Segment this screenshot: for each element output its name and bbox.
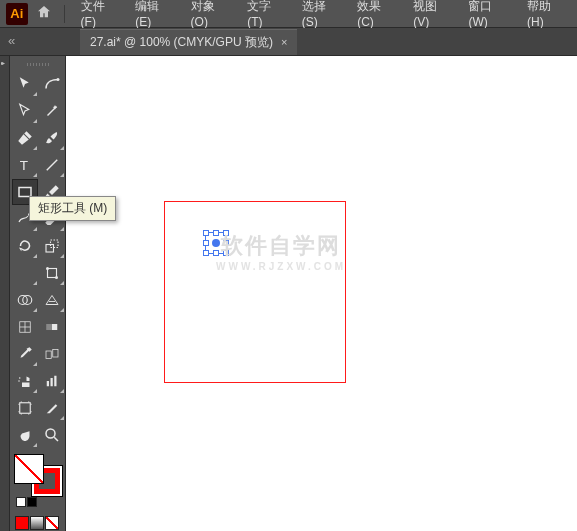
svg-rect-22 <box>51 378 53 386</box>
artboard-rectangle[interactable] <box>164 201 346 383</box>
menu-bar: Ai 文件(F) 编辑(E) 对象(O) 文字(T) 选择(S) 效果(C) 视… <box>0 0 577 28</box>
svg-rect-5 <box>46 245 54 253</box>
type-tool[interactable]: T <box>12 152 38 178</box>
zoom-tool[interactable] <box>39 422 65 448</box>
perspective-grid-tool[interactable] <box>39 287 65 313</box>
svg-point-9 <box>55 276 58 279</box>
panel-grip-icon[interactable] <box>12 60 63 68</box>
canvas[interactable]: 软件自学网 WWW.RJZXW.COM <box>66 56 577 531</box>
svg-rect-21 <box>47 381 49 386</box>
svg-rect-18 <box>53 350 58 358</box>
handle-top-left[interactable] <box>203 230 209 236</box>
menu-object[interactable]: 对象(O) <box>187 0 236 31</box>
document-tab-bar: « 27.ai* @ 100% (CMYK/GPU 预览) × <box>0 28 577 56</box>
slice-tool[interactable] <box>39 395 65 421</box>
svg-rect-17 <box>46 351 51 359</box>
symbol-sprayer-tool[interactable] <box>12 368 38 394</box>
fill-swatch[interactable] <box>14 454 44 484</box>
document-tab-title: 27.ai* @ 100% (CMYK/GPU 预览) <box>90 34 273 51</box>
svg-line-26 <box>54 437 58 441</box>
paintbrush-tool[interactable] <box>39 125 65 151</box>
workspace: T <box>0 56 577 531</box>
fill-stroke-swatches[interactable] <box>12 454 64 498</box>
home-icon[interactable] <box>36 4 52 24</box>
svg-rect-7 <box>48 269 57 278</box>
app-logo-icon: Ai <box>6 3 28 25</box>
menu-window[interactable]: 窗口(W) <box>464 0 515 31</box>
menu-edit[interactable]: 编辑(E) <box>131 0 178 31</box>
svg-rect-16 <box>47 324 52 330</box>
svg-text:T: T <box>20 158 28 173</box>
width-tool[interactable] <box>12 260 38 286</box>
selected-object[interactable] <box>205 232 227 254</box>
object-center-icon <box>212 239 220 247</box>
svg-line-2 <box>47 160 58 171</box>
menu-view[interactable]: 视图(V) <box>409 0 456 31</box>
shape-builder-tool[interactable] <box>12 287 38 313</box>
handle-mid-left[interactable] <box>203 240 209 246</box>
svg-rect-24 <box>20 403 31 414</box>
tool-tooltip: 矩形工具 (M) <box>29 196 116 221</box>
menu-effect[interactable]: 效果(C) <box>353 0 401 31</box>
direct-selection-tool[interactable] <box>12 98 38 124</box>
menu-file[interactable]: 文件(F) <box>77 0 124 31</box>
color-none[interactable] <box>45 516 59 530</box>
svg-rect-6 <box>51 240 59 248</box>
pen-tool[interactable] <box>12 125 38 151</box>
handle-bottom-right[interactable] <box>223 250 229 256</box>
tab-close-icon[interactable]: × <box>281 36 287 48</box>
default-swap-icons[interactable] <box>16 497 37 507</box>
handle-bottom-left[interactable] <box>203 250 209 256</box>
handle-top-mid[interactable] <box>213 230 219 236</box>
menu-help[interactable]: 帮助(H) <box>523 0 571 31</box>
scale-tool[interactable] <box>39 233 65 259</box>
tools-panel: T <box>10 56 66 531</box>
gradient-tool[interactable] <box>39 314 65 340</box>
left-panels: T <box>0 56 66 531</box>
svg-point-20 <box>18 380 20 382</box>
line-segment-tool[interactable] <box>39 152 65 178</box>
svg-point-19 <box>19 377 21 379</box>
menu-separator <box>64 5 65 23</box>
tab-nav-back-icon[interactable]: « <box>8 33 15 48</box>
handle-mid-right[interactable] <box>223 240 229 246</box>
blend-tool[interactable] <box>39 341 65 367</box>
tool-grid: T <box>12 71 63 448</box>
free-transform-tool[interactable] <box>39 260 65 286</box>
color-mode-row <box>12 516 63 530</box>
color-solid[interactable] <box>15 516 29 530</box>
hand-tool[interactable] <box>12 422 38 448</box>
panel-collapse-strip[interactable] <box>0 56 10 531</box>
artboard-tool[interactable] <box>12 395 38 421</box>
handle-top-right[interactable] <box>223 230 229 236</box>
curvature-tool[interactable] <box>39 71 65 97</box>
svg-point-0 <box>57 78 60 81</box>
svg-rect-23 <box>54 376 56 387</box>
eyedropper-tool[interactable] <box>12 341 38 367</box>
selection-tool[interactable] <box>12 71 38 97</box>
rotate-tool[interactable] <box>12 233 38 259</box>
menu-select[interactable]: 选择(S) <box>298 0 345 31</box>
color-gradient[interactable] <box>30 516 44 530</box>
magic-wand-tool[interactable] <box>39 98 65 124</box>
handle-bottom-mid[interactable] <box>213 250 219 256</box>
svg-point-8 <box>46 267 49 270</box>
mesh-tool[interactable] <box>12 314 38 340</box>
column-graph-tool[interactable] <box>39 368 65 394</box>
menu-type[interactable]: 文字(T) <box>243 0 290 31</box>
document-tab[interactable]: 27.ai* @ 100% (CMYK/GPU 预览) × <box>80 29 297 55</box>
svg-point-25 <box>46 429 55 438</box>
